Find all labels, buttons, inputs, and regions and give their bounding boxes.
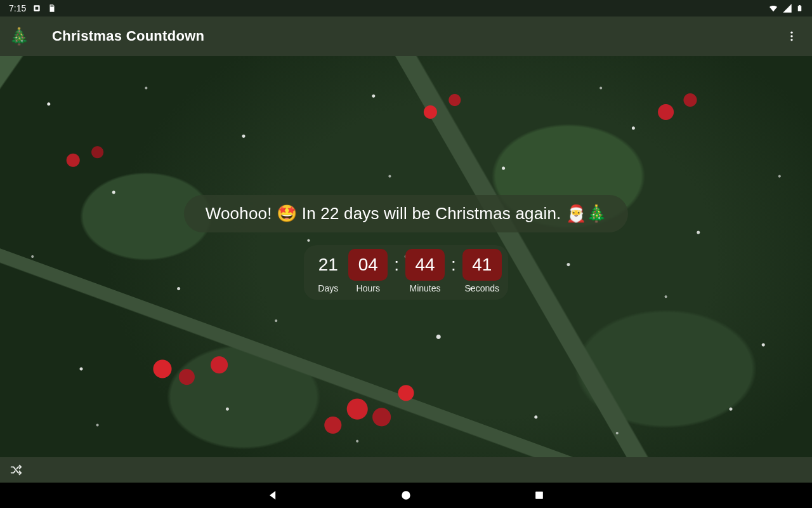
countdown-timer: 21 Days 04 Hours : 44 Minutes : 41 Secon…: [304, 245, 508, 300]
app-logo-icon: 🎄: [9, 28, 29, 44]
circle-home-icon: [400, 489, 412, 502]
seconds-value: 41: [462, 249, 502, 281]
memory-card-icon: [48, 4, 56, 13]
svg-rect-5: [798, 6, 802, 11]
seconds-label: Seconds: [465, 283, 499, 293]
countdown-message-text: Woohoo! 🤩 In 22 days will be Christmas a…: [206, 204, 607, 224]
svg-point-8: [790, 35, 792, 37]
svg-point-10: [402, 491, 410, 499]
separator-1: :: [393, 249, 400, 281]
center-wrap: Woohoo! 🤩 In 22 days will be Christmas a…: [0, 56, 812, 457]
status-bar-right: [768, 3, 803, 13]
shuffle-icon: [9, 463, 23, 477]
days-column: 21 Days: [313, 249, 343, 293]
nav-back-button[interactable]: [260, 483, 285, 508]
svg-rect-6: [799, 5, 801, 6]
separator-2: :: [450, 249, 457, 281]
shuffle-wallpaper-button[interactable]: [9, 463, 23, 477]
hours-value: 04: [348, 249, 388, 281]
wallpaper-area: Woohoo! 🤩 In 22 days will be Christmas a…: [0, 56, 812, 457]
minutes-column: 44 Minutes: [405, 249, 445, 293]
svg-rect-2: [51, 5, 51, 6]
device-frame: 7:15 🎄 Christmas Countdown: [0, 0, 812, 508]
status-time: 7:15: [9, 3, 26, 13]
svg-point-7: [790, 32, 792, 34]
nav-recent-button[interactable]: [527, 483, 552, 508]
seconds-column: 41 Seconds: [462, 249, 502, 293]
svg-rect-1: [36, 7, 39, 10]
hours-column: 04 Hours: [348, 249, 388, 293]
days-label: Days: [318, 283, 338, 293]
cell-signal-icon: [782, 3, 792, 13]
wifi-icon: [768, 3, 778, 13]
nav-home-button[interactable]: [393, 483, 419, 508]
bottom-toolbar: [0, 457, 812, 483]
hours-label: Hours: [357, 283, 380, 293]
system-nav-bar: [0, 483, 812, 508]
status-bar-left: 7:15: [9, 3, 56, 13]
battery-icon: [796, 3, 803, 13]
more-options-button[interactable]: [780, 25, 803, 48]
svg-rect-3: [52, 5, 53, 6]
app-bar: 🎄 Christmas Countdown: [0, 17, 812, 56]
days-value: 21: [313, 249, 343, 281]
square-recent-icon: [533, 489, 546, 502]
svg-point-9: [790, 39, 792, 41]
countdown-message: Woohoo! 🤩 In 22 days will be Christmas a…: [184, 195, 629, 232]
svg-rect-4: [53, 5, 53, 6]
app-notification-icon: [32, 4, 41, 13]
status-bar: 7:15: [0, 0, 812, 17]
minutes-label: Minutes: [409, 283, 440, 293]
app-title: Christmas Countdown: [52, 28, 204, 44]
more-vert-icon: [785, 30, 798, 43]
triangle-back-icon: [266, 489, 279, 502]
minutes-value: 44: [405, 249, 445, 281]
svg-rect-11: [535, 491, 543, 499]
